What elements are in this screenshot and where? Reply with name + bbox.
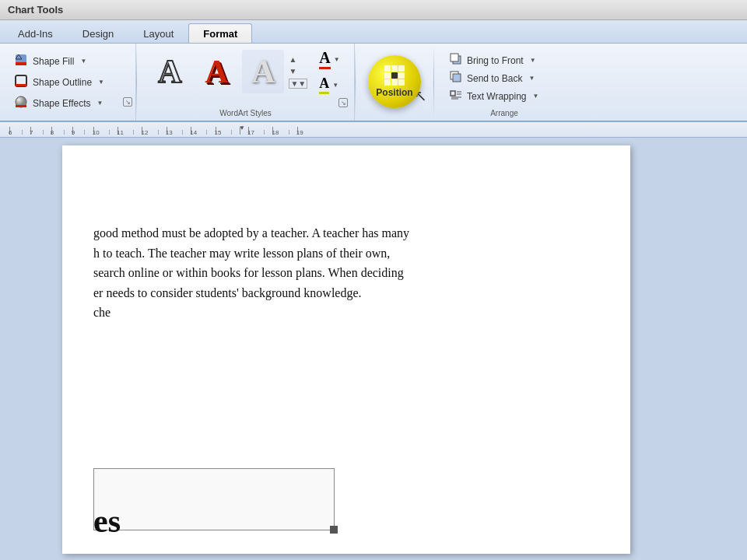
shape-effects-icon xyxy=(14,95,28,111)
font-color-button[interactable]: A ▼ xyxy=(317,48,342,70)
text-wrapping-label: Text Wrapping xyxy=(467,91,526,102)
position-button[interactable]: Position xyxy=(368,55,421,108)
shape-fill-icon xyxy=(14,53,28,69)
shape-outline-icon xyxy=(14,74,28,90)
highlight-a: A xyxy=(319,75,329,94)
title-bar: Chart Tools xyxy=(0,0,747,20)
svg-rect-7 xyxy=(451,91,455,96)
svg-rect-4 xyxy=(451,54,458,61)
wordart-expand-btn[interactable]: ▼▼ xyxy=(289,79,307,89)
doc-line-5: che xyxy=(93,303,584,323)
send-to-back-icon xyxy=(450,71,462,86)
shape-group-expand[interactable]: ↘ xyxy=(123,97,132,107)
text-wrapping-arrow[interactable]: ▼ xyxy=(532,93,538,100)
shape-effects-arrow[interactable]: ▼ xyxy=(97,100,103,107)
bring-to-front-button[interactable]: Bring to Front ▼ xyxy=(444,51,565,69)
send-to-back-arrow[interactable]: ▼ xyxy=(528,75,535,82)
bring-to-front-arrow[interactable]: ▼ xyxy=(530,57,536,64)
doc-big-text: es xyxy=(93,502,121,540)
shape-outline-arrow[interactable]: ▼ xyxy=(98,79,104,86)
ruler: 6 7 8 9 10 11 12 13 14 15 ▼ 17 18 19 xyxy=(0,122,747,138)
doc-line-4: er needs to consider students' backgroun… xyxy=(93,283,584,303)
send-to-back-button[interactable]: Send to Back ▼ xyxy=(444,69,565,87)
bring-to-front-icon xyxy=(450,53,462,68)
doc-line-2: h to teach. The teacher may write lesson… xyxy=(93,243,584,264)
shape-group: Shape Fill ▼ Shape Outline ▼ xyxy=(0,44,136,121)
doc-text: good method must be adopted by a teacher… xyxy=(93,223,584,323)
shape-fill-arrow[interactable]: ▼ xyxy=(80,58,86,65)
wordart-group: A A A ▲ ▼ ▼▼ A ▼ A ▼ xyxy=(137,44,355,121)
shape-effects-label: Shape Effects xyxy=(33,98,91,109)
document-area: good method must be adopted by a teacher… xyxy=(0,138,747,560)
highlight-color-button[interactable]: A ▼ xyxy=(317,75,342,95)
bring-to-front-label: Bring to Front xyxy=(467,55,524,66)
wordart-scroll-up[interactable]: ▲ xyxy=(289,55,307,64)
doc-line-1: good method must be adopted by a teacher… xyxy=(93,223,584,243)
tab-design[interactable]: Design xyxy=(68,23,128,43)
send-to-back-label: Send to Back xyxy=(467,73,522,84)
ruler-mark: 6 7 8 9 10 11 12 13 14 15 ▼ 17 18 19 xyxy=(9,127,305,136)
wordart-group-label: WordArt Styles xyxy=(219,107,272,119)
ruler-marks: 6 7 8 9 10 11 12 13 14 15 ▼ 17 18 19 xyxy=(2,122,305,137)
wordart-sample-red3d[interactable]: A xyxy=(195,50,237,93)
doc-line-3: search online or within books for lesson… xyxy=(93,263,584,283)
shape-outline-button[interactable]: Shape Outline ▼ xyxy=(9,72,126,92)
position-group: Position ↖ xyxy=(356,44,433,121)
wordart-scroll-down[interactable]: ▼ xyxy=(289,67,307,75)
shape-fill-label: Shape Fill xyxy=(33,56,74,67)
ribbon: Shape Fill ▼ Shape Outline ▼ xyxy=(0,44,747,122)
wordart-sample-outlined[interactable]: A xyxy=(149,50,191,93)
position-label: Position xyxy=(376,87,412,98)
font-color-arrow[interactable]: ▼ xyxy=(334,56,340,63)
doc-page: good method must be adopted by a teacher… xyxy=(62,145,630,554)
app-title: Chart Tools xyxy=(8,4,63,16)
wordart-sample-white[interactable]: A xyxy=(242,50,284,93)
chart-resize-handle[interactable] xyxy=(330,526,338,534)
shape-outline-label: Shape Outline xyxy=(33,77,92,88)
svg-rect-6 xyxy=(453,74,461,82)
wordart-group-expand[interactable]: ↘ xyxy=(338,98,348,107)
highlight-arrow[interactable]: ▼ xyxy=(332,82,338,89)
tab-layout[interactable]: Layout xyxy=(128,23,188,43)
arrange-group-label: Arrange xyxy=(490,107,518,119)
shape-fill-button[interactable]: Shape Fill ▼ xyxy=(9,51,126,71)
text-wrapping-icon xyxy=(450,89,462,103)
font-color-a: A xyxy=(319,49,330,69)
arrange-group: Bring to Front ▼ Send to Back ▼ xyxy=(434,44,574,121)
position-icon xyxy=(384,65,405,86)
tab-format[interactable]: Format xyxy=(188,23,252,43)
tab-add-ins[interactable]: Add-Ins xyxy=(3,23,68,43)
text-wrapping-button[interactable]: Text Wrapping ▼ xyxy=(444,87,565,105)
wordart-samples: A A A xyxy=(149,50,284,93)
shape-effects-button[interactable]: Shape Effects ▼ xyxy=(9,93,126,113)
tab-bar: Add-Ins Design Layout Format xyxy=(0,20,747,44)
chart-box[interactable] xyxy=(93,468,335,530)
